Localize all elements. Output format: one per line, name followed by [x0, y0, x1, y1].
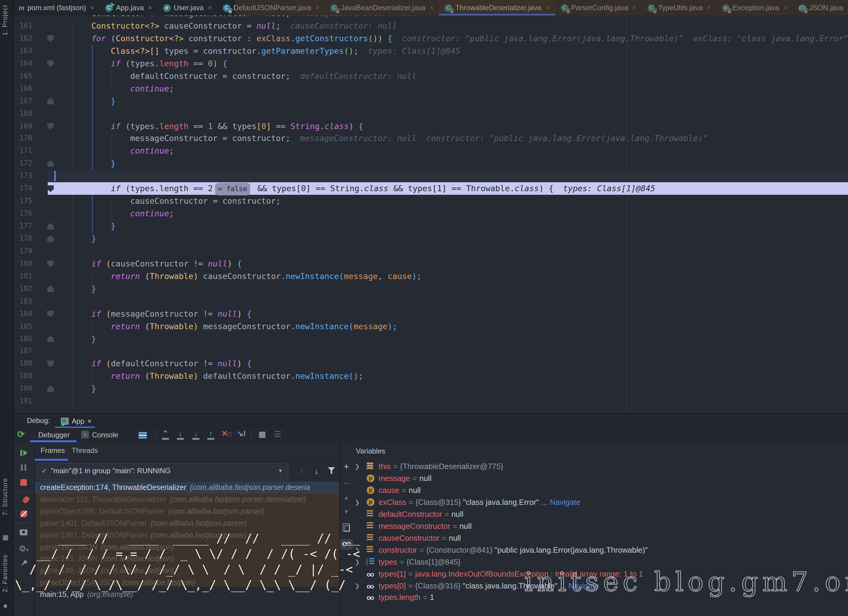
variable-row[interactable]: ❯constructor={Constructor@841} "public j… — [352, 544, 848, 556]
view-breakpoints-icon[interactable] — [13, 496, 34, 505]
code-line[interactable]: 190 } — [13, 383, 848, 395]
close-icon[interactable]: × — [315, 4, 319, 12]
editor-tab[interactable]: ⚡Exception.java× — [716, 0, 793, 16]
editor-tab[interactable]: CTypeUtils.java× — [642, 0, 716, 16]
rerun-icon[interactable]: ⟳ — [16, 429, 26, 440]
code-line[interactable]: 168 — [13, 107, 848, 120]
array-icon — [367, 558, 375, 566]
variable-value: {Constructor@841} — [426, 545, 495, 554]
editor-tab[interactable]: mpom.xml (fastjson)× — [13, 0, 100, 16]
code-line[interactable]: 181 return (Throwable) causeConstructor.… — [13, 270, 848, 283]
code-line[interactable]: 187 — [13, 345, 848, 358]
code-line[interactable]: 185 return (Throwable) messageConstructo… — [13, 320, 848, 332]
resume-icon[interactable] — [13, 449, 34, 458]
editor-tab[interactable]: CApp.java× — [100, 0, 157, 16]
chevron-right-icon[interactable]: ❯ — [355, 497, 360, 508]
separator — [18, 491, 29, 492]
variable-row[interactable]: causeConstructor=null — [352, 532, 848, 544]
step-into-icon[interactable]: ↓ — [191, 430, 201, 440]
editor-tab[interactable]: CDefaultJSONParser.java× — [217, 0, 325, 16]
code-text: } — [53, 383, 96, 395]
editor-tab[interactable]: (C)JSON.java× — [793, 0, 848, 16]
code-line[interactable]: 175 causeConstructor = constructor; — [13, 195, 848, 207]
code-line[interactable]: 189 return (Throwable) defaultConstructo… — [13, 370, 848, 383]
show-execution-point-icon[interactable]: ⌃ — [160, 430, 171, 440]
variable-row[interactable]: defaultConstructor=null — [352, 508, 848, 520]
layout-settings-icon[interactable]: ☰ — [272, 430, 283, 440]
editor-tab[interactable]: CJavaBeanDeserializer.java× — [325, 0, 439, 16]
line-number: 172 — [13, 157, 32, 170]
code-line[interactable]: 184 if (messageConstructor != null) { — [13, 307, 848, 320]
variable-row[interactable]: messageConstructor=null — [352, 520, 848, 532]
code-line[interactable]: 176 continue; — [13, 207, 848, 220]
tab-debugger[interactable]: Debugger — [38, 428, 70, 442]
code-line[interactable]: 178 } — [13, 232, 848, 245]
move-down-icon[interactable]: ▼ — [340, 508, 353, 515]
tab-threads[interactable]: Threads — [72, 446, 98, 455]
pause-icon[interactable] — [13, 464, 34, 473]
code-line[interactable]: 167 } — [13, 95, 848, 107]
mute-breakpoints-icon[interactable] — [13, 510, 34, 519]
stop-icon[interactable] — [13, 479, 34, 488]
code-line[interactable]: 173 — [13, 170, 848, 183]
code-line[interactable]: 162 for (Constructor<?> constructor : ex… — [13, 32, 848, 45]
layout-menu-icon[interactable] — [139, 432, 147, 439]
code-line[interactable]: 188 if (defaultConstructor != null) { — [13, 358, 848, 370]
evaluate-expression-icon[interactable]: ▦ — [257, 430, 268, 440]
code-line[interactable]: 172 } — [13, 157, 848, 170]
code-line[interactable]: 165 defaultConstructor = constructor;def… — [13, 70, 848, 82]
close-icon[interactable]: × — [546, 4, 550, 12]
thread-selector[interactable]: ✓"main"@1 in group "main": RUNNING ▼ — [36, 463, 288, 480]
close-icon[interactable]: × — [783, 4, 787, 12]
code-line[interactable]: 186 } — [13, 332, 848, 345]
variable-row[interactable]: ❯pexClass={Class@315} "class java.lang.E… — [352, 497, 848, 508]
close-icon[interactable]: × — [208, 4, 212, 12]
editor-tab[interactable]: CParserConfig.java× — [555, 0, 642, 16]
code-line[interactable]: 182 } — [13, 282, 848, 295]
code-line[interactable]: 164 if (types.length == 0) { — [13, 57, 848, 70]
add-watch-icon[interactable]: + — [340, 461, 353, 471]
code-line[interactable]: 177 } — [13, 220, 848, 232]
variable-row[interactable]: pmessage=null — [352, 473, 848, 485]
frame-down-icon[interactable]: ↓ — [310, 463, 323, 479]
drop-frame-icon[interactable]: ✕□ — [221, 430, 232, 440]
sidebar-item-project[interactable]: 1: Project — [1, 5, 8, 36]
code-line[interactable]: 166 continue; — [13, 82, 848, 95]
tab-frames[interactable]: Frames — [41, 446, 65, 455]
debug-session-tab[interactable]: App × — [61, 414, 92, 428]
code-line[interactable]: 160 Constructor<?> messageConstructor = … — [13, 16, 848, 20]
close-icon[interactable]: × — [430, 4, 434, 12]
code-line[interactable]: 169 if (types.length == 1 && types[0] ==… — [13, 120, 848, 132]
close-icon[interactable]: × — [87, 417, 92, 425]
remove-watch-icon[interactable]: − — [340, 478, 353, 488]
code-line[interactable]: 179 — [13, 245, 848, 258]
editor-tab[interactable]: CThrowableDeserializer.java× — [439, 0, 555, 16]
code-line[interactable]: 171 continue; — [13, 145, 848, 157]
chevron-right-icon[interactable]: ❯ — [355, 461, 360, 473]
sidebar-item-structure[interactable]: 7: Structure — [1, 478, 8, 516]
filter-icon[interactable] — [325, 463, 338, 479]
code-line[interactable]: 174 if (types.length == 2= false && type… — [13, 182, 848, 195]
run-to-cursor-icon[interactable]: ↘I — [236, 430, 247, 440]
code-line[interactable]: 163 Class<?>[] types = constructor.getPa… — [13, 45, 848, 57]
code-line[interactable]: 180 if (causeConstructor != null) { — [13, 258, 848, 270]
sidebar-item-favorites[interactable]: 2: Favorites — [1, 554, 8, 592]
code-editor[interactable]: 160 Constructor<?> messageConstructor = … — [13, 16, 848, 413]
variable-row[interactable]: ❯this={ThrowableDeserializer@775} — [352, 461, 848, 473]
editor-tab[interactable]: ⚡User.java× — [158, 0, 217, 16]
tab-console[interactable]: Console — [92, 428, 118, 442]
code-line[interactable]: 183 — [13, 295, 848, 307]
code-line[interactable]: 170 messageConstructor = constructor;mes… — [13, 132, 848, 145]
step-over-icon[interactable]: ↓ — [175, 430, 186, 440]
close-icon[interactable]: × — [707, 4, 711, 12]
code-line[interactable]: 191 — [13, 395, 848, 407]
frame-up-icon[interactable]: ↑ — [295, 463, 308, 479]
close-icon[interactable]: × — [148, 4, 152, 12]
code-line[interactable]: 161 Constructor<?> causeConstructor = nu… — [13, 20, 848, 32]
close-icon[interactable]: × — [632, 4, 637, 12]
step-out-icon[interactable]: ↑ — [205, 430, 216, 440]
variable-row[interactable]: pcause=null — [352, 485, 848, 497]
move-up-icon[interactable]: ▲ — [340, 494, 353, 501]
close-icon[interactable]: × — [90, 4, 94, 12]
variable-text: messageConstructor=null — [379, 520, 472, 532]
